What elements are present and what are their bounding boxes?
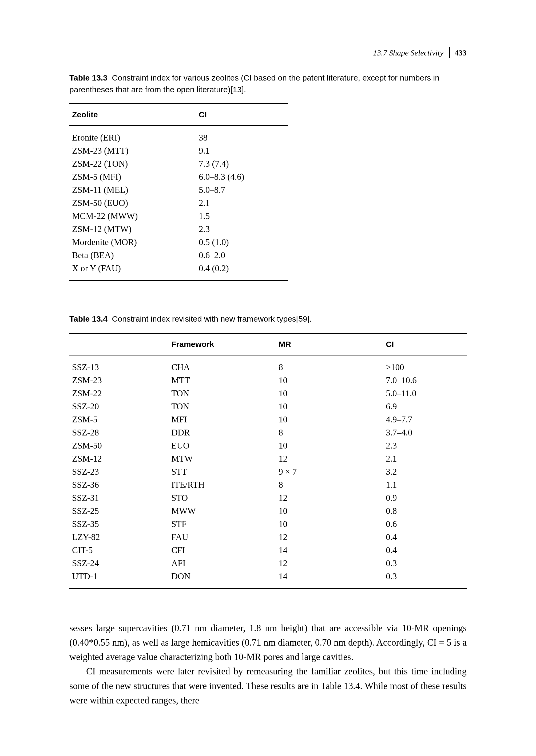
caption-label: Table 13.3 bbox=[69, 73, 108, 82]
cell: SSZ-28 bbox=[69, 426, 169, 439]
divider bbox=[449, 47, 450, 58]
cell: 0.4 bbox=[383, 544, 467, 557]
table-row: Beta (BEA)0.6–2.0 bbox=[69, 249, 288, 262]
cell: 5.0–11.0 bbox=[383, 387, 467, 400]
cell: 9 × 7 bbox=[276, 465, 383, 478]
cell: >100 bbox=[383, 355, 467, 374]
cell: MFI bbox=[169, 413, 276, 426]
table-row: CIT-5CFI140.4 bbox=[69, 544, 467, 557]
cell: 6.0–8.3 (4.6) bbox=[196, 171, 288, 183]
table-row: Eronite (ERI)38 bbox=[69, 126, 288, 144]
cell: MWW bbox=[169, 505, 276, 518]
body-text: sesses large supercavities (0.71 nm diam… bbox=[69, 621, 467, 708]
cell: 12 bbox=[276, 452, 383, 465]
cell: ZSM-5 bbox=[69, 413, 169, 426]
cell: ZSM-11 (MEL) bbox=[69, 183, 196, 197]
table-row: ZSM-12 (MTW)2.3 bbox=[69, 223, 288, 236]
cell: 10 bbox=[276, 387, 383, 400]
cell: 0.6–2.0 bbox=[196, 249, 288, 262]
cell: 0.5 (1.0) bbox=[196, 236, 288, 249]
cell: 10 bbox=[276, 518, 383, 531]
cell: 0.4 (0.2) bbox=[196, 262, 288, 281]
table-row: ZSM-5 (MFI)6.0–8.3 (4.6) bbox=[69, 171, 288, 183]
table-row: ZSM-5MFI104.9–7.7 bbox=[69, 413, 467, 426]
cell: 2.3 bbox=[196, 223, 288, 236]
cell: STT bbox=[169, 465, 276, 478]
table-head-row: Zeolite CI bbox=[69, 104, 288, 126]
section-title: 13.7 Shape Selectivity bbox=[373, 48, 443, 57]
cell: 10 bbox=[276, 439, 383, 452]
col-framework: Framework bbox=[169, 333, 276, 355]
cell: EUO bbox=[169, 439, 276, 452]
cell: 0.8 bbox=[383, 505, 467, 518]
paragraph: sesses large supercavities (0.71 nm diam… bbox=[69, 621, 467, 665]
cell: 0.3 bbox=[383, 557, 467, 570]
cell: 14 bbox=[276, 544, 383, 557]
caption-text: Constraint index revisited with new fram… bbox=[112, 314, 312, 323]
cell: FAU bbox=[169, 531, 276, 544]
cell: ZSM-22 (TON) bbox=[69, 157, 196, 171]
cell: X or Y (FAU) bbox=[69, 262, 196, 281]
cell: 2.3 bbox=[383, 439, 467, 452]
cell: 10 bbox=[276, 505, 383, 518]
table-row: ZSM-22TON105.0–11.0 bbox=[69, 387, 467, 400]
content: Table 13.3 Constraint index for various … bbox=[69, 72, 467, 708]
table-row: ZSM-23 (MTT)9.1 bbox=[69, 144, 288, 157]
cell: UTD-1 bbox=[69, 570, 169, 589]
table-row: MCM-22 (MWW)1.5 bbox=[69, 209, 288, 223]
col-ci: CI bbox=[196, 104, 288, 126]
cell: 10 bbox=[276, 374, 383, 387]
cell: 3.7–4.0 bbox=[383, 426, 467, 439]
table-row: ZSM-12MTW122.1 bbox=[69, 452, 467, 465]
spacer bbox=[69, 589, 467, 621]
table-row: SSZ-36ITE/RTH81.1 bbox=[69, 478, 467, 491]
table-head-row: Framework MR CI bbox=[69, 333, 467, 355]
table-row: SSZ-23STT9 × 73.2 bbox=[69, 465, 467, 478]
table-134: Framework MR CI SSZ-13CHA8>100 ZSM-23MTT… bbox=[69, 333, 467, 589]
cell: 12 bbox=[276, 491, 383, 505]
cell: DDR bbox=[169, 426, 276, 439]
cell: 7.0–10.6 bbox=[383, 374, 467, 387]
running-head: 13.7 Shape Selectivity 433 bbox=[373, 48, 467, 59]
col-mr: MR bbox=[276, 333, 383, 355]
table-row: SSZ-31STO120.9 bbox=[69, 491, 467, 505]
col-zeolite: Zeolite bbox=[69, 104, 196, 126]
cell: 0.3 bbox=[383, 570, 467, 589]
cell: MTT bbox=[169, 374, 276, 387]
table-133: Zeolite CI Eronite (ERI)38 ZSM-23 (MTT)9… bbox=[69, 103, 288, 281]
cell: 10 bbox=[276, 413, 383, 426]
cell: SSZ-35 bbox=[69, 518, 169, 531]
table-row: SSZ-13CHA8>100 bbox=[69, 355, 467, 374]
cell: STO bbox=[169, 491, 276, 505]
table-row: ZSM-11 (MEL)5.0–8.7 bbox=[69, 183, 288, 197]
cell: MTW bbox=[169, 452, 276, 465]
cell: ZSM-22 bbox=[69, 387, 169, 400]
cell: ZSM-5 (MFI) bbox=[69, 171, 196, 183]
cell: 6.9 bbox=[383, 400, 467, 413]
cell: 8 bbox=[276, 355, 383, 374]
table-row: X or Y (FAU)0.4 (0.2) bbox=[69, 262, 288, 281]
page: 13.7 Shape Selectivity 433 Table 13.3 Co… bbox=[0, 0, 536, 756]
cell: SSZ-24 bbox=[69, 557, 169, 570]
cell: Mordenite (MOR) bbox=[69, 236, 196, 249]
cell: 0.6 bbox=[383, 518, 467, 531]
cell: 10 bbox=[276, 400, 383, 413]
cell: ZSM-12 bbox=[69, 452, 169, 465]
table-row: SSZ-20TON106.9 bbox=[69, 400, 467, 413]
cell: 12 bbox=[276, 531, 383, 544]
cell: AFI bbox=[169, 557, 276, 570]
cell: 0.4 bbox=[383, 531, 467, 544]
cell: MCM-22 (MWW) bbox=[69, 209, 196, 223]
cell: CHA bbox=[169, 355, 276, 374]
col-blank bbox=[69, 333, 169, 355]
cell: ZSM-50 bbox=[69, 439, 169, 452]
cell: 1.1 bbox=[383, 478, 467, 491]
cell: TON bbox=[169, 387, 276, 400]
caption-label: Table 13.4 bbox=[69, 314, 108, 323]
table-row: UTD-1DON140.3 bbox=[69, 570, 467, 589]
cell: LZY-82 bbox=[69, 531, 169, 544]
cell: CIT-5 bbox=[69, 544, 169, 557]
cell: ZSM-23 bbox=[69, 374, 169, 387]
paragraph: CI measurements were later revisited by … bbox=[69, 664, 467, 708]
cell: 9.1 bbox=[196, 144, 288, 157]
